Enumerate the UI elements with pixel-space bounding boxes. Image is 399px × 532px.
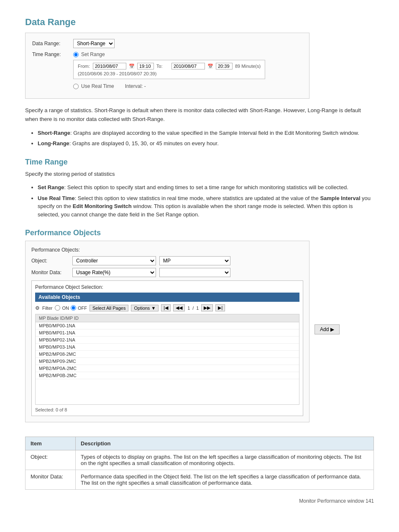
page-sep: / bbox=[192, 306, 194, 311]
bullet-short-range-text: : Graphs are displayed according to the … bbox=[70, 130, 359, 136]
minutes-text: 89 Minute(s) bbox=[235, 64, 261, 69]
add-button-area: Add ▶ bbox=[315, 241, 340, 334]
footer-text: Monitor Performance window 141 bbox=[25, 498, 374, 504]
set-range-radio[interactable] bbox=[73, 52, 79, 57]
list-item[interactable]: MPB0/MP02-1NA bbox=[36, 337, 299, 344]
object-field-label: Object: bbox=[31, 258, 69, 264]
nav-prev-btn[interactable]: ◀◀ bbox=[173, 304, 185, 311]
filter-icon: ⚙ bbox=[35, 305, 40, 311]
monitor-select-left[interactable]: Usage Rate(%) bbox=[72, 268, 156, 277]
filter-off-label: OFF bbox=[78, 306, 87, 311]
table-row: Object: Types of objects to display on g… bbox=[26, 450, 374, 470]
table-row: Monitor Data: Performance data specified… bbox=[26, 470, 374, 490]
objects-list: MP Blade ID/MP ID MPB0/MP00-1NA MPB0/MP0… bbox=[35, 314, 299, 405]
page-total: 1 bbox=[196, 306, 199, 311]
data-range-label: Data Range: bbox=[32, 41, 70, 46]
table-header-description: Description bbox=[76, 437, 374, 450]
perf-outer-label: Performance Objects: bbox=[31, 247, 303, 253]
table-cell-item-2: Monitor Data: bbox=[26, 470, 76, 490]
table-cell-item-1: Object: bbox=[26, 450, 76, 470]
table-cell-desc-2: Performance data specified in the Object… bbox=[76, 470, 374, 490]
use-real-time-label: Use Real Time bbox=[81, 83, 114, 89]
object-select-right[interactable]: MP bbox=[159, 256, 230, 265]
list-empty-space bbox=[36, 379, 299, 404]
bullet-short-range-bold: Short-Range bbox=[38, 130, 70, 136]
data-range-select[interactable]: Short-Range Long-Range bbox=[73, 39, 115, 48]
from-calendar-icon[interactable]: 📅 bbox=[129, 64, 135, 69]
page-current: 1 bbox=[187, 306, 190, 311]
bullet-use-real-time-text: : Select this option to view statistics … bbox=[38, 195, 371, 218]
filter-off-radio[interactable] bbox=[71, 305, 76, 311]
filter-radio-group: ON OFF bbox=[55, 305, 87, 311]
bullet-use-real-time-bold: Use Real Time bbox=[38, 195, 75, 201]
selection-title: Performance Object Selection: bbox=[35, 284, 299, 290]
list-item[interactable]: MPB2/MP09-2MC bbox=[36, 358, 299, 365]
selected-info: Selected: 0 of 8 bbox=[35, 407, 299, 412]
performance-objects-box: Performance Objects: Object: Controller … bbox=[25, 241, 309, 422]
list-item[interactable]: MPB0/MP01-1NA bbox=[36, 329, 299, 337]
nav-first-btn[interactable]: |◀ bbox=[161, 304, 171, 311]
to-label: To: bbox=[156, 64, 169, 69]
bullet-use-real-time: Use Real Time: Select this option to vie… bbox=[38, 194, 374, 219]
data-range-title: Data Range bbox=[25, 17, 374, 28]
time-range-label: Time Range: bbox=[32, 51, 70, 57]
filter-label: Filter bbox=[42, 306, 52, 311]
list-item[interactable]: MPB2/MP0B-2MC bbox=[36, 372, 299, 379]
bullet-set-range-bold: Set Range bbox=[38, 184, 64, 190]
range-display-text: (2010/08/06 20:39 - 2010/08/07 20:39) bbox=[78, 71, 156, 76]
from-label: From: bbox=[78, 64, 90, 69]
monitor-data-label: Monitor Data: bbox=[31, 270, 69, 275]
performance-objects-title: Performance Objects bbox=[25, 229, 374, 237]
set-range-label: Set Range bbox=[81, 51, 105, 57]
table-header-item: Item bbox=[26, 437, 76, 450]
object-select-left[interactable]: Controller bbox=[72, 256, 156, 265]
use-real-time-radio[interactable] bbox=[73, 84, 79, 89]
to-calendar-icon[interactable]: 📅 bbox=[207, 64, 213, 69]
to-time-input[interactable] bbox=[216, 63, 233, 69]
select-all-pages-btn[interactable]: Select All Pages bbox=[90, 305, 129, 311]
description-paragraph-1: Specify a range of statistics. Short-Ran… bbox=[25, 106, 374, 124]
filter-on-label: ON bbox=[62, 306, 69, 311]
interval-text: Interval: - bbox=[125, 83, 146, 89]
options-btn[interactable]: Options ▼ bbox=[131, 305, 159, 311]
time-range-description: Specify the storing period of statistics bbox=[25, 170, 374, 179]
data-range-box: Data Range: Short-Range Long-Range Time … bbox=[25, 33, 309, 99]
bullet-long-range-text: : Graphs are displayed 0, 15, 30, or 45 … bbox=[69, 140, 219, 146]
nav-next-btn[interactable]: ▶▶ bbox=[201, 304, 213, 311]
monitor-select-right[interactable] bbox=[159, 268, 230, 277]
info-table: Item Description Object: Types of object… bbox=[25, 437, 374, 490]
available-objects-header: Available Objects bbox=[35, 293, 299, 302]
performance-selection-box: Performance Object Selection: Available … bbox=[31, 280, 303, 416]
bullets-1: Short-Range: Graphs are displayed accord… bbox=[38, 129, 374, 148]
to-date-input[interactable] bbox=[171, 63, 205, 69]
nav-last-btn[interactable]: ▶| bbox=[215, 304, 225, 311]
bullet-long-range-bold: Long-Range bbox=[38, 140, 69, 146]
bullet-long-range: Long-Range: Graphs are displayed 0, 15, … bbox=[38, 139, 374, 148]
time-range-title: Time Range bbox=[25, 158, 374, 167]
bullet-set-range: Set Range: Select this option to specify… bbox=[38, 183, 374, 192]
list-item[interactable]: MPB2/MP0A-2MC bbox=[36, 365, 299, 372]
list-item[interactable]: MPB2/MP08-2MC bbox=[36, 351, 299, 358]
list-item[interactable]: MPB0/MP03-1NA bbox=[36, 344, 299, 351]
table-cell-desc-1: Types of objects to display on graphs. T… bbox=[76, 450, 374, 470]
from-time-input[interactable] bbox=[137, 63, 154, 69]
objects-list-header: MP Blade ID/MP ID bbox=[36, 314, 299, 322]
time-range-bullets: Set Range: Select this option to specify… bbox=[38, 183, 374, 218]
bullet-short-range: Short-Range: Graphs are displayed accord… bbox=[38, 129, 374, 137]
from-date-input[interactable] bbox=[93, 63, 126, 69]
list-item[interactable]: MPB0/MP00-1NA bbox=[36, 322, 299, 329]
filter-toolbar: ⚙ Filter ON OFF Select All Pages Options… bbox=[35, 304, 299, 311]
bullet-set-range-text: : Select this option to specify start an… bbox=[64, 184, 348, 190]
add-button[interactable]: Add ▶ bbox=[315, 324, 340, 334]
filter-on-radio[interactable] bbox=[55, 305, 60, 311]
